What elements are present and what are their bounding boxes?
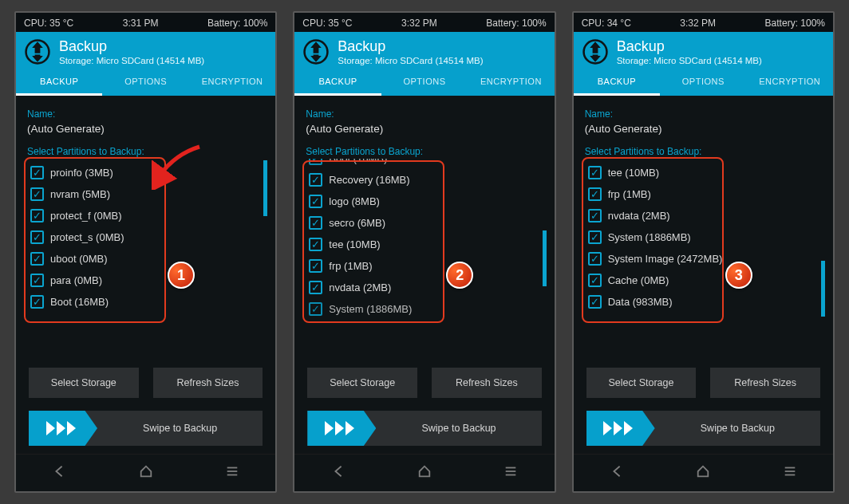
partition-row[interactable]: ✓Recovery (16MB): [304, 169, 544, 191]
partition-row[interactable]: ✓uboot (0MB): [26, 248, 266, 270]
checkbox-icon[interactable]: ✓: [30, 166, 44, 179]
page-title: Backup: [617, 38, 762, 55]
partition-label: System (1886MB): [329, 303, 412, 315]
tab-options[interactable]: OPTIONS: [381, 70, 468, 96]
partition-row[interactable]: ✓secro (6MB): [304, 212, 544, 234]
checkbox-icon[interactable]: ✓: [30, 295, 44, 309]
partition-row[interactable]: ✓System (1886MB): [304, 298, 544, 320]
back-icon[interactable]: [52, 464, 66, 482]
storage-info[interactable]: Storage: Micro SDCard (14514 MB): [338, 56, 483, 65]
partition-row[interactable]: ✓tee (10MB): [304, 234, 544, 255]
chevron-right-icon: [614, 421, 622, 435]
partition-row[interactable]: ✓Cache (0MB): [583, 270, 823, 291]
partition-row[interactable]: ✓proinfo (3MB): [26, 162, 266, 183]
name-field[interactable]: (Auto Generate): [579, 121, 828, 143]
storage-info[interactable]: Storage: Micro SDCard (14514 MB): [617, 56, 762, 65]
checkbox-icon[interactable]: ✓: [309, 302, 322, 316]
checkbox-icon[interactable]: ✓: [30, 187, 44, 201]
partition-row[interactable]: ✓System (1886MB): [583, 226, 823, 248]
partition-row-clipped[interactable]: ✓Boot (16MB): [304, 159, 544, 169]
checkbox-icon[interactable]: ✓: [309, 238, 322, 251]
scroll-indicator[interactable]: [263, 160, 267, 216]
swipe-label: Swipe to Backup: [97, 423, 263, 434]
partition-row[interactable]: ✓frp (1MB): [583, 183, 823, 205]
checkbox-icon[interactable]: ✓: [588, 187, 602, 201]
app-header: Backup Storage: Micro SDCard (14514 MB): [574, 32, 833, 70]
swipe-to-backup[interactable]: Swipe to Backup: [307, 411, 541, 446]
checkbox-icon[interactable]: ✓: [588, 209, 602, 222]
home-icon[interactable]: [139, 464, 153, 482]
home-icon[interactable]: [696, 464, 710, 482]
swipe-handle[interactable]: [307, 411, 376, 446]
tab-encryption[interactable]: ENCRYPTION: [747, 70, 833, 96]
partition-row[interactable]: ✓Data (983MB): [583, 291, 823, 313]
clock: 3:32 PM: [401, 18, 437, 29]
checkbox-icon[interactable]: ✓: [309, 173, 322, 187]
checkbox-icon[interactable]: ✓: [588, 166, 602, 179]
partition-row[interactable]: ✓nvram (5MB): [26, 183, 266, 205]
checkbox-icon[interactable]: ✓: [30, 252, 44, 266]
swipe-to-backup[interactable]: Swipe to Backup: [29, 411, 263, 446]
select-storage-button[interactable]: Select Storage: [586, 368, 697, 398]
partition-row[interactable]: ✓tee (10MB): [583, 162, 823, 183]
checkbox-icon[interactable]: ✓: [30, 209, 44, 222]
cpu-temp: CPU: 35 °C: [24, 18, 73, 29]
swipe-handle[interactable]: [586, 411, 655, 446]
checkbox-icon[interactable]: ✓: [309, 195, 322, 208]
swipe-handle[interactable]: [29, 411, 97, 446]
tab-backup[interactable]: BACKUP: [294, 70, 381, 96]
name-label: Name:: [299, 105, 549, 121]
partition-label: System (1886MB): [608, 231, 691, 243]
home-icon[interactable]: [417, 464, 432, 482]
checkbox-icon[interactable]: ✓: [309, 216, 322, 230]
checkbox-icon[interactable]: ✓: [309, 259, 322, 273]
back-icon[interactable]: [610, 464, 624, 482]
partition-row[interactable]: ✓protect_f (0MB): [26, 205, 266, 226]
checkbox-icon[interactable]: ✓: [309, 159, 322, 165]
checkbox-icon[interactable]: ✓: [588, 230, 602, 244]
tab-options[interactable]: OPTIONS: [102, 70, 188, 96]
partition-row[interactable]: ✓nvdata (2MB): [304, 277, 544, 298]
partition-list[interactable]: ✓proinfo (3MB)✓nvram (5MB)✓protect_f (0M…: [24, 159, 267, 358]
swipe-to-backup[interactable]: Swipe to Backup: [586, 411, 820, 446]
tab-encryption[interactable]: ENCRYPTION: [189, 70, 275, 96]
checkbox-icon[interactable]: ✓: [30, 274, 44, 287]
twrp-logo-icon: [24, 38, 51, 65]
name-field[interactable]: (Auto Generate): [21, 121, 270, 143]
back-icon[interactable]: [331, 464, 346, 482]
partition-row[interactable]: ✓System Image (2472MB): [583, 248, 823, 270]
scroll-indicator[interactable]: [821, 261, 825, 317]
partition-row[interactable]: ✓Boot (16MB): [26, 291, 266, 313]
chevron-right-icon: [603, 421, 612, 435]
checkbox-icon[interactable]: ✓: [588, 252, 602, 266]
tab-backup[interactable]: BACKUP: [16, 70, 102, 96]
menu-icon[interactable]: [225, 464, 239, 482]
tab-options[interactable]: OPTIONS: [660, 70, 746, 96]
select-storage-button[interactable]: Select Storage: [307, 368, 417, 398]
partition-list[interactable]: ✓tee (10MB)✓frp (1MB)✓nvdata (2MB)✓Syste…: [582, 159, 825, 358]
refresh-sizes-button[interactable]: Refresh Sizes: [710, 368, 820, 398]
checkbox-icon[interactable]: ✓: [588, 295, 602, 309]
partition-list[interactable]: ✓Boot (16MB)✓Recovery (16MB)✓logo (8MB)✓…: [302, 159, 546, 358]
storage-info[interactable]: Storage: Micro SDCard (14514 MB): [59, 56, 204, 65]
partition-row[interactable]: ✓logo (8MB): [304, 191, 544, 212]
refresh-sizes-button[interactable]: Refresh Sizes: [432, 368, 542, 398]
checkbox-icon[interactable]: ✓: [309, 281, 322, 294]
menu-icon[interactable]: [503, 464, 518, 482]
partition-row[interactable]: ✓protect_s (0MB): [26, 226, 266, 248]
name-field[interactable]: (Auto Generate): [299, 121, 549, 143]
tab-backup[interactable]: BACKUP: [574, 70, 660, 96]
scroll-indicator[interactable]: [543, 230, 547, 286]
partition-row[interactable]: ✓nvdata (2MB): [583, 205, 823, 226]
app-header: Backup Storage: Micro SDCard (14514 MB): [16, 32, 275, 70]
partition-row[interactable]: ✓frp (1MB): [304, 255, 544, 277]
checkbox-icon[interactable]: ✓: [588, 274, 602, 287]
select-storage-button[interactable]: Select Storage: [29, 368, 139, 398]
tab-encryption[interactable]: ENCRYPTION: [468, 70, 554, 96]
partition-label: para (0MB): [50, 274, 102, 286]
partition-row[interactable]: ✓para (0MB): [26, 270, 266, 291]
checkbox-icon[interactable]: ✓: [30, 230, 44, 244]
refresh-sizes-button[interactable]: Refresh Sizes: [153, 368, 263, 398]
menu-icon[interactable]: [783, 464, 797, 482]
phone-screen-2: CPU: 35 °C 3:32 PM Battery: 100% Backup …: [293, 11, 555, 493]
